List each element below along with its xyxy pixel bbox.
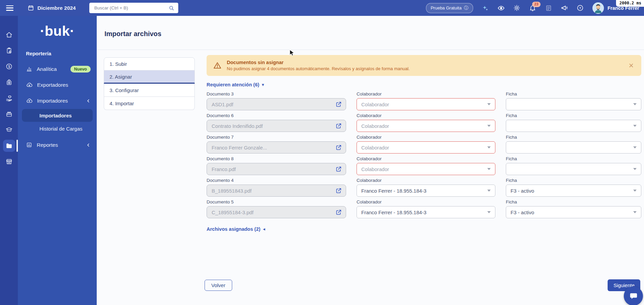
sidebar-item-analitica[interactable]: Analítica Nuevo xyxy=(18,61,97,77)
help-icon[interactable]: ? xyxy=(577,4,584,12)
caret-down-icon xyxy=(633,103,637,105)
document-row: Documento 6 Contrato Indenifido.pdf Cola… xyxy=(207,113,641,132)
rail-clipboard-clock-icon[interactable] xyxy=(0,44,18,57)
open-document-icon[interactable] xyxy=(335,187,342,194)
record-select[interactable] xyxy=(506,141,641,154)
sidebar-subitem-label: Importadores xyxy=(39,113,72,118)
rail-company-storefront-icon[interactable] xyxy=(0,155,18,168)
record-value: F3 - activo xyxy=(511,210,534,215)
attention-toggle[interactable]: Requieren atención (6) ▾ xyxy=(207,82,641,87)
caret-down-icon xyxy=(487,103,491,105)
collaborator-value: Franco Ferrer - 18.955.184-3 xyxy=(361,188,426,194)
record-select[interactable] xyxy=(506,120,641,132)
trial-badge[interactable]: Prueba Gratuita ⓘ xyxy=(426,3,473,13)
caret-down-icon xyxy=(633,146,637,148)
module-rail: $ xyxy=(0,16,18,305)
record-label: Ficha xyxy=(506,113,641,118)
wizard-steps: 1. Subir2. Asignar3. Configurar4. Import… xyxy=(104,57,195,110)
chat-bubble-button[interactable] xyxy=(624,286,643,305)
changelog-list-icon[interactable] xyxy=(545,4,552,12)
document-label: Documento 4 xyxy=(207,178,346,183)
announcements-megaphone-icon[interactable] xyxy=(561,4,568,12)
collaborator-label: Colaborador xyxy=(357,199,495,204)
cloud-download-icon xyxy=(26,82,33,88)
document-file-name: ASD1.pdf xyxy=(212,102,233,107)
rail-wellness-hand-heart-icon[interactable] xyxy=(0,91,18,105)
sidebar-subitem-historial-de-cargas[interactable]: Historial de Cargas xyxy=(22,122,93,135)
step-item[interactable]: 2. Asignar xyxy=(104,71,195,84)
document-row: Documento 7 Franco Ferrer Gonzale... Col… xyxy=(207,135,641,154)
collaborator-label: Colaborador xyxy=(357,156,495,161)
notification-count-badge: 23 xyxy=(532,2,540,7)
search-input[interactable] xyxy=(94,5,168,11)
caret-down-icon xyxy=(487,146,491,148)
rail-documents-folder-icon[interactable] xyxy=(0,139,18,152)
rail-attendance-bag-icon[interactable] xyxy=(0,76,18,89)
record-select[interactable] xyxy=(506,98,641,110)
document-file-field: Franco.pdf xyxy=(207,163,346,175)
collaborator-select[interactable]: Franco Ferrer - 18.955.184-3 xyxy=(357,206,495,218)
assigned-toggle-label: Archivos asignados (2) xyxy=(207,226,260,232)
attention-toggle-label: Requieren atención (6) xyxy=(207,82,259,87)
warning-triangle-icon xyxy=(213,61,221,70)
open-document-icon[interactable] xyxy=(335,209,342,216)
topbar-actions: Prueba Gratuita ⓘ 23 ? xyxy=(426,2,639,14)
document-file-name: Contrato Indenifido.pdf xyxy=(212,123,263,129)
step-item[interactable]: 1. Subir xyxy=(104,57,195,71)
sidebar-subitem-importadores[interactable]: Importadores xyxy=(22,109,93,122)
collaborator-select[interactable]: Colaborador xyxy=(357,120,495,132)
rail-home-icon[interactable] xyxy=(0,28,18,41)
chevron-collapse-icon[interactable] xyxy=(86,99,91,103)
sidebar-item-reportes[interactable]: Reportes xyxy=(18,137,97,153)
back-button[interactable]: Volver xyxy=(205,280,232,291)
global-search xyxy=(89,3,178,13)
record-select[interactable]: F3 - activo xyxy=(506,206,641,218)
collaborator-value: Colaborador xyxy=(361,123,389,129)
collaborator-label: Colaborador xyxy=(357,135,495,140)
search-icon[interactable] xyxy=(168,5,175,11)
rail-benefits-gift-icon[interactable] xyxy=(0,107,18,121)
document-row: Documento 4 B_189551843.pdf Colaborador … xyxy=(207,178,641,197)
sidebar-item-label: Exportadores xyxy=(37,82,68,88)
hamburger-menu-icon[interactable] xyxy=(6,5,13,11)
rail-training-graduation-icon[interactable] xyxy=(0,123,18,137)
record-label: Ficha xyxy=(506,91,641,96)
record-select[interactable] xyxy=(506,163,641,175)
user-avatar[interactable] xyxy=(592,2,604,14)
step-item[interactable]: 4. Importar xyxy=(104,97,195,110)
step-item[interactable]: 3. Configurar xyxy=(104,84,195,97)
caret-down-icon xyxy=(633,125,637,127)
open-document-icon[interactable] xyxy=(335,144,342,151)
collaborator-select[interactable]: Colaborador xyxy=(357,98,495,110)
record-select[interactable]: F3 - activo xyxy=(506,185,641,197)
info-icon: ⓘ xyxy=(464,5,468,11)
assigned-toggle[interactable]: Archivos asignados (2) ◂ xyxy=(207,226,641,232)
document-label: Documento 7 xyxy=(207,135,346,140)
collaborator-select[interactable]: Colaborador xyxy=(357,141,495,154)
document-label: Documento 6 xyxy=(207,113,346,118)
open-document-icon[interactable] xyxy=(335,166,342,172)
caret-down-icon xyxy=(487,168,491,170)
sidebar-item-label: Reportes xyxy=(37,142,58,148)
document-file-name: Franco Ferrer Gonzale... xyxy=(212,145,267,150)
open-document-icon[interactable] xyxy=(335,122,342,129)
sidebar-item-exportadores[interactable]: Exportadores xyxy=(18,77,97,93)
close-icon[interactable]: ✕ xyxy=(628,62,634,69)
record-value: F3 - activo xyxy=(511,188,534,194)
document-file-field: Franco Ferrer Gonzale... xyxy=(207,141,346,154)
rail-payroll-coin-icon[interactable]: $ xyxy=(0,60,18,73)
calendar-icon xyxy=(28,5,34,11)
collaborator-select[interactable]: Colaborador xyxy=(357,163,495,175)
sidebar-item-label: Analítica xyxy=(37,66,57,72)
collaborator-select[interactable]: Franco Ferrer - 18.955.184-3 xyxy=(357,185,495,197)
record-label: Ficha xyxy=(506,156,641,161)
record-label: Ficha xyxy=(506,135,641,140)
sidebar-item-importadores[interactable]: Importadores xyxy=(18,93,97,109)
chevron-collapse-icon[interactable] xyxy=(86,143,91,147)
open-document-icon[interactable] xyxy=(335,101,342,108)
eye-icon[interactable] xyxy=(497,4,505,12)
period-selector[interactable]: Diciembre 2024 xyxy=(28,5,76,11)
settings-gear-icon[interactable] xyxy=(513,4,521,12)
notifications-bell-icon[interactable]: 23 xyxy=(529,4,536,12)
ai-sparkle-icon[interactable] xyxy=(482,4,489,12)
